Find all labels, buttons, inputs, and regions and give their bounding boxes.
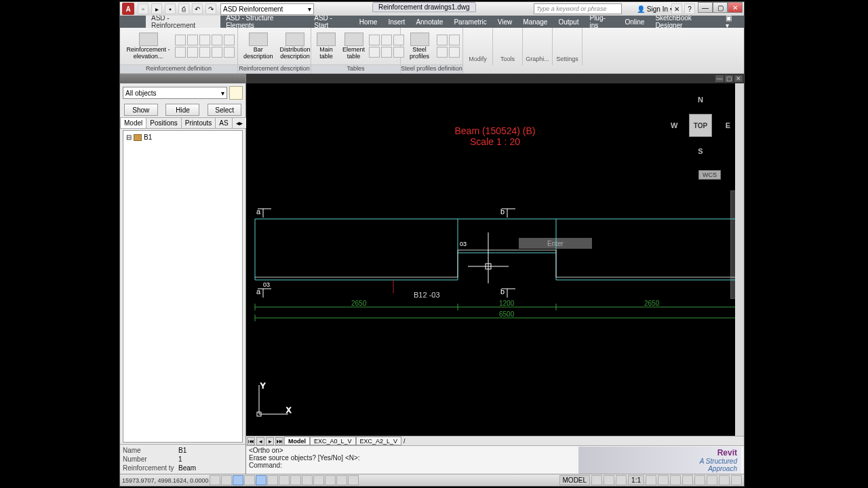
sc-toggle[interactable]: [348, 475, 359, 485]
qp-toggle[interactable]: [336, 475, 347, 485]
sm-btn[interactable]: [381, 47, 392, 58]
status-btn[interactable]: [682, 475, 693, 485]
sm-btn[interactable]: [437, 35, 448, 45]
ribbon-group-tools[interactable]: Tools: [493, 28, 523, 65]
status-btn[interactable]: [658, 475, 669, 485]
status-btn[interactable]: [707, 475, 717, 485]
ortho-toggle[interactable]: [233, 475, 243, 485]
object-filter-combo[interactable]: All objects ▾: [123, 87, 227, 99]
main-table-button[interactable]: Main table: [314, 31, 338, 62]
ribbon-group-settings[interactable]: Settings: [553, 28, 583, 65]
osnap-toggle[interactable]: [256, 475, 267, 485]
tree-item-b1[interactable]: ⊟ B1: [125, 133, 240, 142]
sm-btn[interactable]: [199, 35, 210, 45]
dyn-toggle[interactable]: [302, 475, 313, 485]
distribution-description-button[interactable]: Distribution description: [277, 31, 313, 62]
ribbon-group-graphics[interactable]: Graphi...: [523, 28, 553, 65]
sm-btn[interactable]: [369, 47, 380, 58]
sm-btn[interactable]: [212, 47, 222, 58]
side-panel-header[interactable]: [120, 74, 245, 83]
status-btn[interactable]: [604, 475, 614, 485]
panel-tab-model[interactable]: Model: [120, 117, 146, 128]
ducs-toggle[interactable]: [290, 475, 301, 485]
ribbon-tab-home[interactable]: Home: [354, 17, 383, 27]
search-input[interactable]: Type a keyword or phrase: [534, 3, 622, 14]
ribbon-tab-insert[interactable]: Insert: [382, 17, 410, 27]
panel-tab-printouts[interactable]: Printouts: [181, 117, 216, 128]
close-button[interactable]: ✕: [728, 2, 743, 13]
help-icon[interactable]: ?: [684, 3, 695, 14]
select-button[interactable]: Select: [208, 104, 241, 116]
canvas-minimize-icon[interactable]: —: [715, 75, 724, 82]
status-btn[interactable]: [646, 475, 656, 485]
sm-btn[interactable]: [449, 47, 460, 58]
ribbon-tab-output[interactable]: Output: [553, 17, 584, 27]
show-button[interactable]: Show: [124, 104, 158, 116]
command-prompt[interactable]: Command:: [249, 462, 578, 469]
exchange-icon[interactable]: ✕: [671, 3, 682, 14]
status-btn[interactable]: [694, 475, 705, 485]
annotation-scale[interactable]: 1:1: [628, 475, 644, 485]
steel-profiles-button[interactable]: Steel profiles: [403, 31, 435, 62]
bar-description-button[interactable]: Bar description: [241, 31, 276, 62]
sm-btn[interactable]: [187, 35, 198, 45]
sm-btn[interactable]: [175, 35, 186, 45]
vertical-scrollbar[interactable]: [735, 83, 744, 436]
ribbon-tab-manage[interactable]: Manage: [517, 17, 553, 27]
drawing-canvas[interactable]: Beam (150524) (B) Scale 1 : 20 N S W E T…: [246, 83, 744, 436]
canvas-maximize-icon[interactable]: ▢: [725, 75, 733, 82]
filter-options-button[interactable]: [229, 86, 243, 100]
layout-next-icon[interactable]: ▸: [266, 437, 274, 445]
sm-btn[interactable]: [449, 35, 460, 45]
status-btn[interactable]: [616, 475, 627, 485]
snap-toggle[interactable]: [210, 475, 220, 485]
qat-open-icon[interactable]: ▸: [151, 3, 162, 14]
hide-button[interactable]: Hide: [165, 104, 199, 116]
minimize-button[interactable]: —: [698, 2, 713, 13]
document-tab[interactable]: Reinforcement drawings1.dwg: [372, 2, 476, 12]
layout-prev-icon[interactable]: ◂: [256, 437, 264, 445]
qat-new-icon[interactable]: ▫: [138, 3, 149, 14]
qat-undo-icon[interactable]: ↶: [192, 3, 203, 14]
sm-btn[interactable]: [369, 35, 380, 45]
status-btn[interactable]: [591, 475, 602, 485]
app-icon[interactable]: A: [122, 3, 134, 15]
panel-tab-positions[interactable]: Positions: [146, 117, 182, 128]
qat-print-icon[interactable]: ⎙: [178, 3, 189, 14]
layout-tab-exc-a2[interactable]: EXC_A2_L_V: [356, 436, 402, 445]
model-space-toggle[interactable]: MODEL: [559, 475, 591, 485]
workspace-switch[interactable]: [719, 475, 730, 485]
layout-first-icon[interactable]: ⏮: [247, 437, 255, 445]
otrack-toggle[interactable]: [279, 475, 290, 485]
sm-btn[interactable]: [437, 47, 448, 58]
sm-btn[interactable]: [224, 47, 235, 58]
sm-btn[interactable]: [175, 47, 186, 58]
lwt-toggle[interactable]: [313, 475, 324, 485]
qat-save-icon[interactable]: ▪: [165, 3, 176, 14]
polar-toggle[interactable]: [244, 475, 255, 485]
reinforcement-elevation-button[interactable]: Reinforcement - elevation...: [123, 31, 174, 62]
maximize-button[interactable]: ▢: [713, 2, 728, 13]
sm-btn[interactable]: [187, 47, 198, 58]
layout-tab-exc-a0[interactable]: EXC_A0_L_V: [310, 436, 356, 445]
grid-toggle[interactable]: [221, 475, 232, 485]
qat-redo-icon[interactable]: ↷: [205, 3, 216, 14]
sm-btn[interactable]: [381, 35, 392, 45]
tpy-toggle[interactable]: [325, 475, 336, 485]
panel-tabs-scroll[interactable]: ◂▸: [232, 117, 247, 128]
layout-tab-model[interactable]: Model: [284, 436, 310, 445]
revit-ad[interactable]: Revit A Structured Approach: [578, 447, 741, 474]
ribbon-tab-online[interactable]: Online: [619, 17, 650, 27]
3dosnap-toggle[interactable]: [267, 475, 278, 485]
sm-btn[interactable]: [212, 35, 222, 45]
ribbon-tab-annotate[interactable]: Annotate: [410, 17, 448, 27]
ribbon-tab-view[interactable]: View: [492, 17, 518, 27]
command-area[interactable]: <Ortho on> Erase source objects? [Yes/No…: [246, 445, 744, 474]
status-btn[interactable]: [670, 475, 681, 485]
sm-btn[interactable]: [199, 47, 210, 58]
canvas-close-icon[interactable]: ✕: [734, 75, 743, 82]
ribbon-group-modify[interactable]: Modify: [463, 28, 493, 65]
object-tree[interactable]: ⊟ B1: [123, 130, 243, 443]
panel-tab-as[interactable]: AS: [215, 117, 232, 128]
layout-last-icon[interactable]: ⏭: [275, 437, 283, 445]
